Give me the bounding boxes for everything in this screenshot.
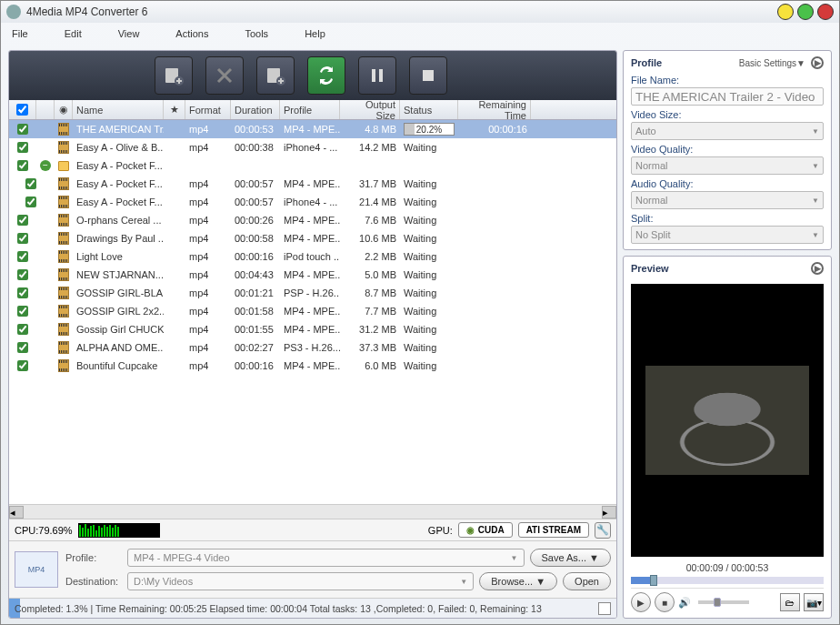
row-checkbox[interactable] xyxy=(17,233,28,244)
row-checkbox[interactable] xyxy=(25,178,36,189)
profile-select[interactable]: MP4 - MPEG-4 Video xyxy=(127,549,525,567)
table-row[interactable]: Light Lovemp400:00:16iPod touch ...2.2 M… xyxy=(9,247,616,266)
delete-button[interactable] xyxy=(205,56,244,95)
snapshot-folder-button[interactable]: 🗁 xyxy=(780,593,800,611)
col-name[interactable]: Name xyxy=(73,100,164,119)
row-output: 2.2 MB xyxy=(340,247,400,266)
horizontal-scrollbar[interactable]: ◂ ▸ xyxy=(9,504,616,519)
menu-file[interactable]: File xyxy=(12,28,28,39)
split-select[interactable]: No Split xyxy=(631,226,824,244)
stop-preview-button[interactable]: ■ xyxy=(655,592,675,612)
close-button[interactable] xyxy=(817,4,834,20)
checkall-checkbox[interactable] xyxy=(16,104,28,116)
file-list[interactable]: THE AMERICAN Tr...mp400:00:53MP4 - MPE..… xyxy=(9,120,616,504)
row-checkbox[interactable] xyxy=(17,215,28,226)
table-row[interactable]: Gossip Girl CHUCK...mp400:01:55MP4 - MPE… xyxy=(9,320,616,338)
table-row[interactable]: GOSSIP GIRL-BLA...mp400:01:21PSP - H.26.… xyxy=(9,284,616,302)
row-checkbox[interactable] xyxy=(17,360,28,371)
row-name: Easy A - Pocket F... xyxy=(73,175,164,193)
row-name: Easy A - Pocket F... xyxy=(73,156,164,175)
save-as-button[interactable]: Save As... ▼ xyxy=(530,549,611,567)
row-name: Easy A - Pocket F... xyxy=(73,193,164,211)
collapse-icon[interactable]: − xyxy=(40,160,51,171)
row-output: 21.4 MB xyxy=(340,193,400,211)
row-name: Easy A - Olive & B... xyxy=(73,138,164,156)
table-row[interactable]: −Easy A - Pocket F... xyxy=(9,156,616,175)
row-checkbox[interactable] xyxy=(17,251,28,262)
col-remain[interactable]: Remaining Time xyxy=(458,100,531,119)
cuda-badge[interactable]: ◉CUDA xyxy=(458,522,513,538)
add-profile-button[interactable] xyxy=(256,56,295,95)
row-checkbox[interactable] xyxy=(17,306,28,317)
table-row[interactable]: Drawings By Paul ...mp400:00:58MP4 - MPE… xyxy=(9,229,616,247)
maximize-button[interactable] xyxy=(797,4,814,20)
volume-slider[interactable] xyxy=(698,600,749,604)
menu-help[interactable]: Help xyxy=(305,28,325,39)
volume-icon[interactable]: 🔊 xyxy=(678,597,691,609)
col-disc-icon[interactable]: ◉ xyxy=(55,100,73,119)
row-format: mp4 xyxy=(185,338,231,357)
row-profile xyxy=(280,156,340,175)
col-check[interactable] xyxy=(9,100,36,119)
audioq-select[interactable]: Normal xyxy=(631,191,824,209)
row-checkbox[interactable] xyxy=(25,197,36,207)
col-format[interactable]: Format xyxy=(185,100,231,119)
pause-button[interactable] xyxy=(358,56,396,95)
table-row[interactable]: GOSSIP GIRL 2x2...mp400:01:58MP4 - MPE..… xyxy=(9,302,616,320)
row-checkbox[interactable] xyxy=(17,287,28,298)
table-row[interactable]: NEW STJARNAN...mp400:04:43MP4 - MPE...5.… xyxy=(9,266,616,284)
basic-settings-drop[interactable]: Basic Settings▼ xyxy=(739,58,805,68)
menu-edit[interactable]: Edit xyxy=(65,28,82,39)
row-status: Waiting xyxy=(400,266,458,284)
scroll-right-arrow[interactable]: ▸ xyxy=(602,506,616,519)
profile-go-button[interactable]: ▶ xyxy=(811,56,824,69)
add-file-button[interactable] xyxy=(155,56,193,95)
ati-badge[interactable]: ATI STREAM xyxy=(518,522,589,538)
row-checkbox[interactable] xyxy=(17,124,28,135)
row-checkbox[interactable] xyxy=(17,269,28,280)
col-icon[interactable] xyxy=(36,100,55,119)
row-name: Light Love xyxy=(73,247,164,266)
videoq-select[interactable]: Normal xyxy=(631,156,824,175)
settings-button[interactable]: 🔧 xyxy=(595,522,611,539)
convert-button[interactable] xyxy=(307,56,345,95)
table-row[interactable]: THE AMERICAN Tr...mp400:00:53MP4 - MPE..… xyxy=(9,120,616,138)
table-row[interactable]: Easy A - Pocket F...mp400:00:57MP4 - MPE… xyxy=(9,175,616,193)
row-status: Waiting xyxy=(400,284,458,302)
profile-label: Profile: xyxy=(65,552,122,563)
minimize-button[interactable] xyxy=(777,4,794,20)
table-row[interactable]: Bountiful Cupcakemp400:00:16MP4 - MPE...… xyxy=(9,357,616,375)
row-checkbox[interactable] xyxy=(17,324,28,335)
stop-button[interactable] xyxy=(409,56,447,95)
videosize-select[interactable]: Auto xyxy=(631,122,824,140)
menu-actions[interactable]: Actions xyxy=(175,28,208,39)
col-duration[interactable]: Duration xyxy=(231,100,280,119)
table-row[interactable]: ALPHA AND OME...mp400:02:27PS3 - H.26...… xyxy=(9,338,616,357)
film-icon xyxy=(58,123,69,136)
col-status[interactable]: Status xyxy=(400,100,458,119)
filename-input[interactable] xyxy=(631,87,824,106)
table-row[interactable]: Easy A - Olive & B...mp400:00:38iPhone4 … xyxy=(9,138,616,156)
snapshot-button[interactable]: 📷▾ xyxy=(804,593,824,611)
row-checkbox[interactable] xyxy=(17,142,28,153)
col-output[interactable]: Output Size xyxy=(340,100,400,119)
row-checkbox[interactable] xyxy=(17,342,28,353)
table-row[interactable]: O-rphans Cereal ...mp400:00:26MP4 - MPE.… xyxy=(9,211,616,229)
table-row[interactable]: Easy A - Pocket F...mp400:00:57iPhone4 -… xyxy=(9,193,616,211)
task-list-icon[interactable] xyxy=(598,602,611,615)
open-button[interactable]: Open xyxy=(563,572,611,590)
col-star[interactable]: ★ xyxy=(164,100,185,119)
menu-view[interactable]: View xyxy=(118,28,140,39)
preview-go-button[interactable]: ▶ xyxy=(811,262,824,275)
row-format xyxy=(185,156,231,175)
col-profile[interactable]: Profile xyxy=(280,100,340,119)
preview-video[interactable] xyxy=(631,284,824,557)
browse-button[interactable]: Browse... ▼ xyxy=(479,572,557,590)
scroll-left-arrow[interactable]: ◂ xyxy=(9,506,24,519)
destination-select[interactable]: D:\My Videos xyxy=(127,572,474,590)
play-button[interactable]: ▶ xyxy=(631,592,651,612)
row-checkbox[interactable] xyxy=(17,160,28,171)
progress-bar: 20.2% xyxy=(404,123,455,136)
seek-slider[interactable] xyxy=(631,577,824,584)
menu-tools[interactable]: Tools xyxy=(245,28,268,39)
